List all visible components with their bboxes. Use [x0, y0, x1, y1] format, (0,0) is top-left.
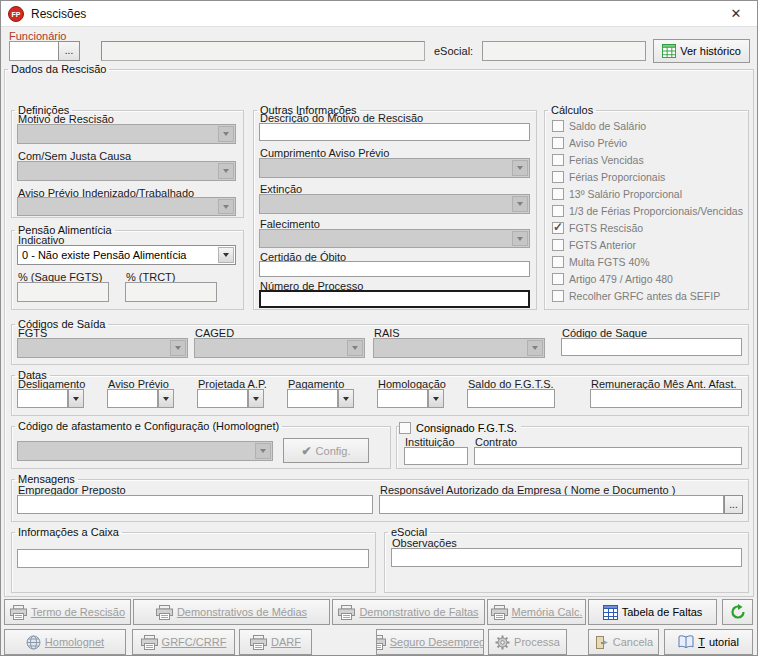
button-label-accel: T: [698, 636, 705, 648]
observacoes-input[interactable]: [391, 548, 742, 567]
aviso-previo-datefield[interactable]: [107, 389, 174, 408]
responsavel-input[interactable]: [379, 495, 724, 514]
sync-icon: [730, 604, 746, 620]
desligamento-datefield[interactable]: [17, 389, 84, 408]
consignado-label: Consignado F.G.T.S.: [416, 422, 517, 434]
checkbox-icon: [552, 137, 564, 149]
chevron-down-icon: [68, 389, 84, 408]
tutorial-button[interactable]: Tutorial: [664, 629, 753, 655]
pagamento-input[interactable]: [287, 389, 338, 408]
window-title: Rescisões: [31, 7, 86, 21]
codigo-saque-input[interactable]: [561, 338, 742, 356]
afastamento-select: [17, 441, 273, 461]
chevron-down-icon: [218, 126, 234, 142]
printer-icon: [376, 635, 386, 650]
check-icon: ✔: [302, 444, 312, 458]
calc-fgts-rescisao-checkbox: FGTS Rescisão: [552, 221, 746, 234]
button-label: DARF: [271, 636, 301, 648]
ver-historico-label: Ver histórico: [680, 45, 741, 57]
consignado-checkbox[interactable]: Consignado F.G.T.S.: [399, 421, 521, 434]
cancela-button: Cancela: [588, 629, 659, 655]
chevron-down-icon: [218, 163, 234, 179]
informacoes-caixa-input[interactable]: [17, 549, 369, 568]
printer-icon: [156, 605, 173, 620]
button-label: Demonstrativos de Médias: [177, 606, 307, 618]
projetada-ap-datefield[interactable]: [197, 389, 264, 408]
button-label: Seguro Desemprego: [390, 636, 484, 648]
printer-icon: [10, 605, 27, 620]
memoria-calc-button: Memória Calc.: [487, 599, 586, 625]
justa-causa-select: [17, 161, 236, 181]
numero-processo-input[interactable]: [259, 290, 530, 308]
checkbox-label: Saldo de Salário: [569, 120, 646, 132]
homologacao-input[interactable]: [377, 389, 428, 408]
checkbox-icon[interactable]: [399, 422, 411, 434]
indicativo-value: 0 - Não existe Pensão Alimentícia: [22, 249, 216, 261]
instituicao-input[interactable]: [404, 447, 468, 465]
table-icon: [603, 605, 618, 620]
esocial-input[interactable]: [482, 41, 646, 61]
config-label: Config.: [316, 445, 351, 457]
chevron-down-icon: [218, 199, 234, 214]
saldo-fgts-input[interactable]: [467, 389, 555, 408]
door-exit-icon: [594, 635, 609, 650]
funcionario-code-input[interactable]: [9, 41, 59, 61]
rescisoes-window: FP Rescisões ✕ Funcionário ... eSocial: …: [0, 0, 758, 656]
history-table-icon: [662, 44, 676, 58]
desligamento-input[interactable]: [17, 389, 68, 408]
dados-rescisao-title: Dados da Rescisão: [8, 63, 109, 75]
chevron-down-icon: [347, 340, 363, 356]
conectividade-button[interactable]: [722, 599, 753, 625]
printer-icon: [338, 605, 355, 620]
calc-multa-fgts-checkbox: Multa FGTS 40%: [552, 255, 746, 268]
fgts-saida-select: [17, 338, 188, 358]
button-label: Processa: [514, 636, 560, 648]
calc-decimo-terceiro-checkbox: 13º Salário Proporcional: [552, 187, 746, 200]
homologacao-datefield[interactable]: [377, 389, 444, 408]
remuneracao-input[interactable]: [590, 389, 742, 408]
funcionario-name-field: [101, 41, 425, 61]
checkbox-label: 1/3 de Férias Proporcionais/Vencidas: [569, 205, 743, 217]
checkbox-label: FGTS Anterior: [569, 239, 636, 251]
demonstrativo-faltas-button: Demonstrativo de Faltas: [332, 599, 485, 625]
projetada-ap-input[interactable]: [197, 389, 248, 408]
chevron-down-icon: [512, 196, 528, 212]
pagamento-datefield[interactable]: [287, 389, 354, 408]
calc-fgts-anterior-checkbox: FGTS Anterior: [552, 238, 746, 251]
calc-artigo-479-480-checkbox: Artigo 479 / Artigo 480: [552, 272, 746, 285]
checkbox-icon: [552, 290, 564, 302]
chevron-down-icon: [512, 160, 528, 176]
indicativo-select[interactable]: 0 - Não existe Pensão Alimentícia: [17, 245, 236, 265]
checkbox-icon: [552, 222, 564, 234]
chevron-down-icon: [248, 389, 264, 408]
certidao-obito-input[interactable]: [259, 261, 530, 277]
demonstrativos-medias-button: Demonstrativos de Médias: [133, 599, 330, 625]
calc-recolher-grfc-checkbox: Recolher GRFC antes da SEFIP: [552, 289, 746, 302]
button-label: utorial: [709, 636, 739, 648]
aviso-previo-data-input[interactable]: [107, 389, 158, 408]
calc-ferias-vencidas-checkbox: Ferias Vencidas: [552, 153, 746, 166]
calc-aviso-previo-checkbox: Aviso Prévio: [552, 136, 746, 149]
checkbox-icon: [552, 188, 564, 200]
book-icon: [678, 635, 694, 649]
esocial-label: eSocial:: [434, 45, 473, 57]
contrato-input[interactable]: [474, 447, 742, 465]
descricao-motivo-input[interactable]: [259, 123, 530, 141]
ver-historico-button[interactable]: Ver histórico: [653, 39, 750, 63]
responsavel-lookup-button[interactable]: ...: [724, 495, 743, 514]
chevron-down-icon: [170, 340, 186, 356]
close-button[interactable]: ✕: [715, 1, 757, 26]
checkbox-label: Artigo 479 / Artigo 480: [569, 273, 673, 285]
empregador-preposto-input[interactable]: [17, 495, 373, 514]
button-label: Demonstrativo de Faltas: [359, 606, 478, 618]
homolognet-button: Homolognet: [4, 629, 126, 655]
chevron-down-icon: [527, 340, 543, 356]
chevron-down-icon: [338, 389, 354, 408]
checkbox-icon: [552, 154, 564, 166]
calc-ferias-proporcionais-checkbox: Férias Proporcionais: [552, 170, 746, 183]
button-label: Termo de Rescisão: [31, 606, 125, 618]
tabela-faltas-button[interactable]: Tabela de Faltas: [588, 599, 717, 625]
funcionario-lookup-button[interactable]: ...: [58, 41, 80, 61]
trct-input: [125, 282, 217, 302]
termo-rescisao-button: Termo de Rescisão: [4, 599, 131, 625]
